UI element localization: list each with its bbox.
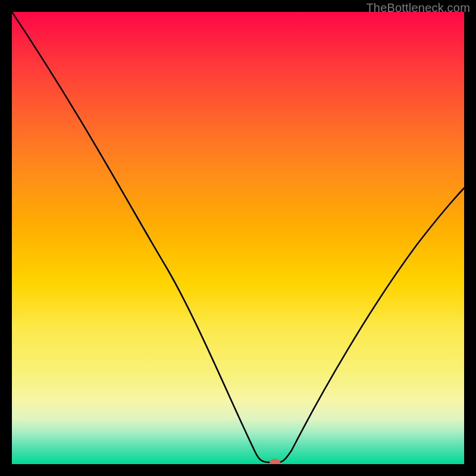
curve-path	[12, 12, 464, 462]
chart-frame: TheBottleneck.com	[0, 0, 476, 476]
minimum-marker	[270, 459, 280, 464]
watermark-text: TheBottleneck.com	[366, 1, 470, 15]
bottleneck-curve	[12, 12, 464, 464]
plot-area	[12, 12, 464, 464]
